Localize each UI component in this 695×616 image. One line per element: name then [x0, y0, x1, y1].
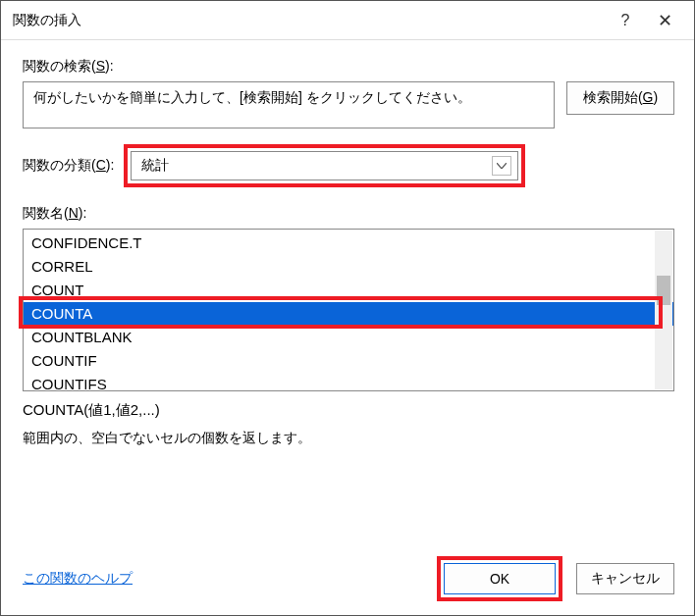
- help-icon[interactable]: ?: [606, 12, 645, 29]
- scroll-thumb[interactable]: [657, 276, 670, 305]
- list-item[interactable]: CORREL: [24, 255, 673, 279]
- function-listbox-wrap: CONFIDENCE.TCORRELCOUNTCOUNTACOUNTBLANKC…: [23, 229, 674, 391]
- search-label: 関数の検索(S):: [23, 58, 674, 76]
- scrollbar[interactable]: [655, 231, 672, 389]
- search-start-button[interactable]: 検索開始(G): [566, 81, 674, 115]
- list-item[interactable]: COUNTIF: [24, 349, 673, 373]
- category-row: 関数の分類(C): 統計: [23, 144, 674, 187]
- dialog-title: 関数の挿入: [13, 12, 606, 29]
- category-value: 統計: [141, 157, 169, 175]
- ok-highlight: OK: [437, 556, 562, 601]
- list-item[interactable]: COUNTA: [24, 302, 673, 326]
- dialog-root: 関数の挿入 ? ✕ 関数の検索(S): 何がしたいかを簡単に入力して、[検索開始…: [1, 1, 694, 615]
- search-row: 何がしたいかを簡単に入力して、[検索開始] をクリックしてください。 検索開始(…: [23, 81, 674, 128]
- footer-buttons: OK キャンセル: [437, 556, 674, 601]
- list-item[interactable]: CONFIDENCE.T: [24, 231, 673, 255]
- help-link[interactable]: この関数のヘルプ: [23, 570, 133, 588]
- close-icon[interactable]: ✕: [645, 10, 684, 31]
- list-item[interactable]: COUNTBLANK: [24, 326, 673, 349]
- cancel-button[interactable]: キャンセル: [576, 563, 674, 594]
- category-highlight: 統計: [124, 144, 525, 187]
- function-signature: COUNTA(値1,値2,...): [23, 401, 674, 420]
- list-item[interactable]: COUNT: [24, 279, 673, 302]
- function-description: 範囲内の、空白でないセルの個数を返します。: [23, 430, 674, 447]
- function-listbox[interactable]: CONFIDENCE.TCORRELCOUNTCOUNTACOUNTBLANKC…: [23, 229, 674, 391]
- titlebar: 関数の挿入 ? ✕: [1, 1, 694, 40]
- ok-button[interactable]: OK: [444, 563, 556, 594]
- dialog-footer: この関数のヘルプ OK キャンセル: [23, 556, 674, 601]
- list-item[interactable]: COUNTIFS: [24, 373, 673, 391]
- search-input[interactable]: 何がしたいかを簡単に入力して、[検索開始] をクリックしてください。: [23, 81, 555, 128]
- function-name-label: 関数名(N):: [23, 205, 674, 223]
- chevron-down-icon: [492, 156, 511, 176]
- category-select[interactable]: 統計: [131, 151, 518, 180]
- category-label: 関数の分類(C):: [23, 157, 114, 175]
- dialog-content: 関数の検索(S): 何がしたいかを簡単に入力して、[検索開始] をクリックしてく…: [1, 40, 694, 447]
